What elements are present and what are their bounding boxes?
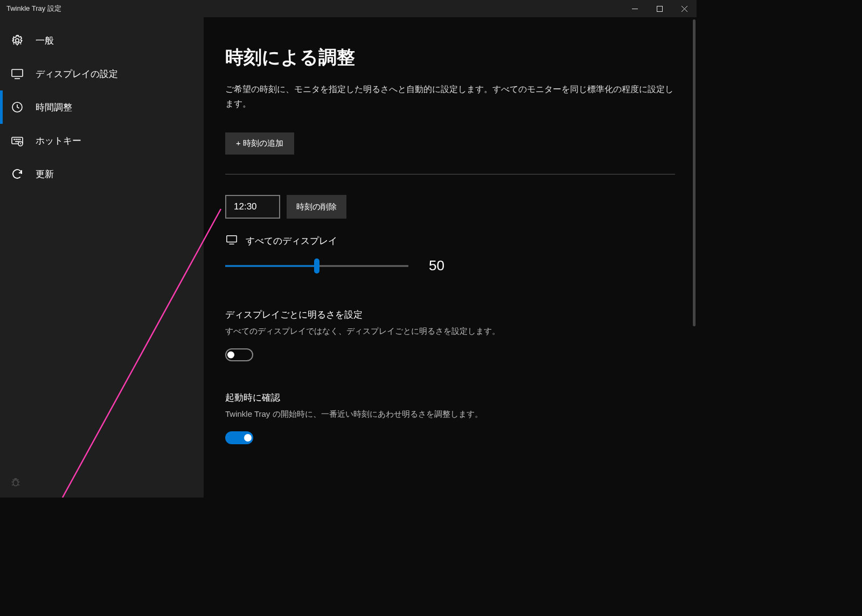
svg-rect-1 xyxy=(657,6,662,11)
refresh-icon xyxy=(11,167,24,180)
clock-icon xyxy=(11,101,24,114)
svg-rect-16 xyxy=(227,236,237,242)
startup-check-desc: Twinkle Tray の開始時に、一番近い時刻にあわせ明るさを調整します。 xyxy=(225,409,675,419)
startup-check-setting: 起動時に確認 Twinkle Tray の開始時に、一番近い時刻にあわせ明るさを… xyxy=(225,391,675,444)
svg-rect-5 xyxy=(12,69,23,76)
page-title: 時刻による調整 xyxy=(225,45,675,70)
page-description: ご希望の時刻に、モニタを指定した明るさへと自動的に設定します。すべてのモニターを… xyxy=(225,82,675,111)
svg-point-11 xyxy=(18,139,18,139)
all-displays-row: すべてのディスプレイ xyxy=(225,234,675,248)
titlebar-controls xyxy=(622,0,697,17)
remove-time-button[interactable]: 時刻の削除 xyxy=(287,195,346,219)
svg-point-4 xyxy=(16,39,19,42)
sidebar-item-hotkey[interactable]: ホットキー xyxy=(0,124,204,157)
svg-point-10 xyxy=(16,139,16,139)
all-displays-label: すべてのディスプレイ xyxy=(246,235,337,247)
add-time-button[interactable]: + 時刻の追加 xyxy=(225,132,294,155)
sidebar-bottom xyxy=(0,470,204,498)
svg-point-12 xyxy=(19,139,20,139)
time-entry-row: 時刻の削除 xyxy=(225,195,675,219)
sidebar-item-update[interactable]: 更新 xyxy=(0,157,204,191)
per-display-toggle[interactable] xyxy=(225,348,253,361)
sidebar-item-label: 一般 xyxy=(36,34,54,47)
time-input[interactable] xyxy=(225,195,280,219)
per-display-setting: ディスプレイごとに明るさを設定 すべてのディスプレイではなく、ディスプレイごとに… xyxy=(225,309,675,361)
brightness-slider-row: 50 xyxy=(225,257,675,274)
scrollbar[interactable] xyxy=(693,19,696,326)
per-display-desc: すべてのディスプレイではなく、ディスプレイごとに明るさを設定します。 xyxy=(225,326,675,337)
sidebar-item-time[interactable]: 時間調整 xyxy=(0,90,204,124)
svg-point-9 xyxy=(14,139,15,139)
sidebar-item-label: ホットキー xyxy=(36,135,81,147)
bug-icon[interactable] xyxy=(10,480,22,489)
divider xyxy=(225,174,675,174)
brightness-slider[interactable] xyxy=(225,260,408,272)
startup-check-title: 起動時に確認 xyxy=(225,391,675,404)
monitor-icon xyxy=(11,67,24,80)
sidebar-item-general[interactable]: 一般 xyxy=(0,24,204,57)
sidebar: 一般 ディスプレイの設定 時間調整 xyxy=(0,17,204,498)
keyboard-icon xyxy=(11,134,24,147)
window-title: Twinkle Tray 設定 xyxy=(6,4,61,13)
monitor-icon xyxy=(225,234,238,248)
svg-point-15 xyxy=(13,480,18,486)
sidebar-item-label: ディスプレイの設定 xyxy=(36,68,118,80)
startup-check-toggle[interactable] xyxy=(225,431,253,444)
brightness-value: 50 xyxy=(429,257,444,274)
minimize-button[interactable] xyxy=(622,0,647,17)
main-content: 時刻による調整 ご希望の時刻に、モニタを指定した明るさへと自動的に設定します。す… xyxy=(204,17,697,498)
gear-icon xyxy=(11,34,24,47)
sidebar-item-label: 更新 xyxy=(36,168,54,180)
maximize-button[interactable] xyxy=(647,0,672,17)
sidebar-item-display[interactable]: ディスプレイの設定 xyxy=(0,57,204,90)
sidebar-item-label: 時間調整 xyxy=(36,101,72,114)
per-display-title: ディスプレイごとに明るさを設定 xyxy=(225,309,675,321)
titlebar: Twinkle Tray 設定 xyxy=(0,0,697,17)
close-button[interactable] xyxy=(672,0,697,17)
